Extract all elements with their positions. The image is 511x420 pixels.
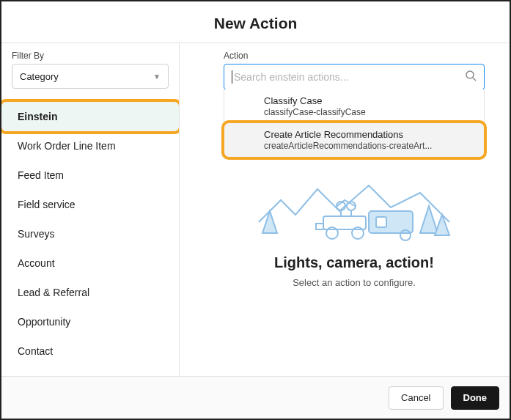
dialog-body: Filter By Category ▼ Einstein Work Order… <box>1 43 510 376</box>
camping-illustration-icon <box>251 171 457 244</box>
dropdown-item-sub: classifyCase-classifyCase <box>264 107 477 117</box>
action-search[interactable] <box>224 64 485 90</box>
action-label: Action <box>224 51 485 61</box>
dialog-title: New Action <box>1 15 510 32</box>
sidebar-item-account[interactable]: Account <box>1 248 179 278</box>
sidebar-item-opportunity[interactable]: Opportunity <box>1 307 179 336</box>
sidebar-item-surveys[interactable]: Surveys <box>1 219 179 248</box>
dropdown-item-title: Create Article Recommendations <box>264 129 477 140</box>
sidebar-item-label: Feed Item <box>18 169 64 181</box>
sidebar-item-label: Surveys <box>18 228 55 240</box>
hero-title: Lights, camera, action! <box>224 254 485 271</box>
sidebar-item-lead-referral[interactable]: Lead & Referral <box>1 278 179 307</box>
sidebar-item-einstein[interactable]: Einstein <box>1 102 179 131</box>
action-dropdown: Classify Case classifyCase-classifyCase … <box>224 89 485 158</box>
svg-marker-4 <box>435 215 449 235</box>
category-select-value: Category <box>20 71 59 82</box>
new-action-dialog: New Action Filter By Category ▼ Einstein… <box>0 0 511 420</box>
sidebar-item-work-order-line-item[interactable]: Work Order Line Item <box>1 131 179 161</box>
sidebar-item-label: Einstein <box>18 111 57 122</box>
dialog-footer: Cancel Done <box>1 376 510 419</box>
svg-point-0 <box>466 71 474 78</box>
svg-marker-3 <box>420 206 438 233</box>
sidebar-item-label: Lead & Referral <box>18 287 89 298</box>
done-button[interactable]: Done <box>451 386 500 410</box>
category-list: Einstein Work Order Line Item Feed Item … <box>1 102 179 376</box>
sidebar-item-label: Work Order Line Item <box>18 140 116 152</box>
svg-line-1 <box>473 78 476 81</box>
chevron-down-icon: ▼ <box>153 73 161 81</box>
hero-subtitle: Select an action to configure. <box>224 277 485 288</box>
svg-rect-10 <box>376 217 386 227</box>
action-search-input[interactable] <box>234 71 465 83</box>
filter-by-label: Filter By <box>1 51 179 64</box>
sidebar-item-field-service[interactable]: Field service <box>1 190 179 219</box>
dropdown-item-create-article-recommendations[interactable]: Create Article Recommendations createArt… <box>224 123 484 157</box>
sidebar-item-label: Field service <box>18 199 76 210</box>
dialog-header: New Action <box>1 1 510 43</box>
sidebar-item-label: Opportunity <box>18 316 70 328</box>
category-select[interactable]: Category ▼ <box>12 64 169 89</box>
svg-marker-2 <box>262 211 277 233</box>
sidebar-item-contact[interactable]: Contact <box>1 336 179 366</box>
dropdown-item-classify-case[interactable]: Classify Case classifyCase-classifyCase <box>224 89 484 123</box>
dropdown-item-sub: createArticleRecommendations-createArt..… <box>264 141 477 151</box>
main-panel: Action Classify Case classifyCase-classi… <box>180 43 510 376</box>
hero: Lights, camera, action! Select an action… <box>224 171 485 288</box>
search-icon <box>465 70 477 84</box>
sidebar-item-label: Account <box>18 257 55 269</box>
dropdown-item-title: Classify Case <box>264 95 477 106</box>
sidebar-item-feed-item[interactable]: Feed Item <box>1 161 179 190</box>
text-cursor <box>232 70 232 84</box>
cancel-button[interactable]: Cancel <box>389 386 443 410</box>
sidebar: Filter By Category ▼ Einstein Work Order… <box>1 43 180 376</box>
sidebar-item-label: Contact <box>18 345 53 357</box>
sidebar-item-asset[interactable]: Asset <box>1 366 179 376</box>
